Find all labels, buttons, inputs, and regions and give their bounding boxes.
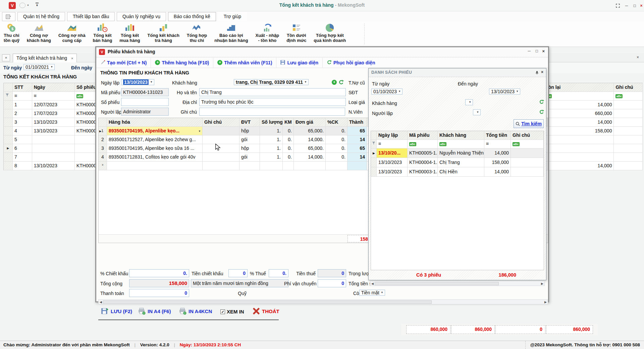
add-customer-icon[interactable]: + [332, 80, 337, 85]
tong-cong-field[interactable]: 158,000 [129, 279, 189, 287]
dropdown-icon[interactable]: ▼ [398, 89, 401, 95]
scroll-right-icon[interactable]: ▶ [543, 300, 548, 304]
filter-icon[interactable] [372, 141, 375, 145]
them-nhan-vien-button[interactable]: + Thêm nhân viên (F11) [213, 58, 276, 68]
col-thanh-tien[interactable]: Thành [347, 118, 367, 127]
dropdown-icon[interactable]: ▼ [198, 127, 201, 134]
col-don-gia[interactable]: Đơn giá [294, 118, 326, 127]
panel-khach-hang-field[interactable]: ▼ [465, 99, 473, 105]
so-phieu-field[interactable] [121, 98, 169, 106]
doc-tab-close-icon[interactable]: × [71, 56, 73, 60]
ho-ten-field[interactable]: Chị Trang [199, 88, 346, 96]
doc-strip-close-button[interactable]: × [637, 55, 639, 60]
scroll-right-icon[interactable]: ▶ [540, 282, 544, 285]
dialog-close-button[interactable]: × [542, 49, 545, 54]
dia-chi-field[interactable]: Trường tiểu học phúc lộc [199, 98, 346, 106]
col-con-lai[interactable]: Còn lại [543, 83, 614, 92]
ribbon-item-xuat-nhap-ton-kho[interactable]: Xuất - nhập- tồn kho [252, 21, 282, 44]
panel-close-icon[interactable]: × [541, 70, 543, 74]
thue-field[interactable]: 0. [269, 269, 288, 277]
tab-quan-ly-nghiep-vu[interactable]: Quản lý nghiệp vụ [117, 12, 166, 21]
tao-moi-button[interactable]: Tạo mới (Ctrl + N) [96, 58, 151, 68]
filter-icon[interactable] [5, 93, 9, 97]
col-ghi-chu[interactable]: Ghi chú [614, 83, 643, 92]
refresh-icon[interactable] [539, 110, 544, 115]
doc-tab[interactable]: Tổng kết khách trả hàng × [13, 54, 77, 62]
thoat-button[interactable]: THOÁT [253, 307, 279, 315]
chiet-khau-field[interactable]: 0. [129, 269, 189, 277]
luu-button[interactable]: LƯU (F2) [101, 307, 132, 315]
ribbon-item-tong-ket-mua-hang[interactable]: Tổng kếtmua hàng [116, 21, 143, 44]
col-ghi-chu[interactable]: Ghi chú [203, 118, 239, 127]
col-stt[interactable]: STT [13, 83, 32, 92]
filter-ngay-lap[interactable]: = [377, 140, 408, 149]
refresh-icon[interactable] [338, 80, 344, 85]
panel-titlebar[interactable]: DANH SÁCH PHIẾU × [369, 68, 546, 77]
ribbon-item-tong-hop-ket-qua-kd[interactable]: Tổng hợp kếtquả kinh doanh [311, 21, 349, 44]
tab-thiet-lap-ban-dau[interactable]: Thiết lập ban đầu [67, 12, 115, 21]
fullscreen-button[interactable] [613, 2, 622, 9]
dialog-titlebar[interactable]: V Phiếu khách trả hàng ─ □ × [96, 47, 548, 57]
bg-tu-ngay-field[interactable]: 01/10/2021▼ [23, 64, 55, 70]
tab-bao-cao-thong-ke[interactable]: Báo cáo thống kê [168, 12, 216, 21]
filter-con-lai[interactable]: aBc [543, 92, 614, 101]
thanh-toan-field[interactable]: 0 [129, 289, 189, 297]
scroll-thumb[interactable] [375, 282, 499, 285]
checkbox-checked-icon[interactable]: ✓ [220, 309, 225, 314]
col-ghi-chu[interactable]: Ghi chú [511, 131, 544, 140]
in-a4-button[interactable]: ? IN A4 (F6) [138, 307, 171, 315]
col-ngay-lap[interactable]: Ngày lập [377, 131, 408, 140]
panel-hscrollbar[interactable]: ◀ ▶ [370, 281, 545, 286]
dialog-minimize-button[interactable]: ─ [528, 49, 531, 53]
ribbon-item-cong-no-ncc[interactable]: Công nợ nhàcung cấp [55, 21, 89, 44]
col-dvt[interactable]: ĐVT [239, 118, 260, 127]
tien-thue-field[interactable]: 0 [318, 269, 346, 277]
ribbon-item-cong-no-khach-hang[interactable]: Công nợkhách hàng [24, 21, 54, 44]
dropdown-icon[interactable]: ▼ [516, 89, 519, 95]
phi-vc-field[interactable]: 0 [318, 279, 346, 287]
dropdown-icon[interactable]: ▼ [476, 109, 479, 115]
ribbon-item-tong-ket-khach-tra-hang[interactable]: Tổng kết kháchtrả hàng [145, 21, 182, 44]
col-km[interactable]: KM [283, 118, 294, 127]
in-a4kcn-button[interactable]: ? IN A4KCN [179, 307, 212, 315]
col-hang-hoa[interactable]: Hàng hóa [107, 118, 203, 127]
filter-khach-hang[interactable]: aBc [438, 140, 484, 149]
dropdown-icon[interactable]: ▼ [50, 64, 53, 70]
ghi-chu-field[interactable] [199, 108, 345, 116]
panel-row[interactable]: 13/10/2023 KTH00004-1... Chị Trang 158,0… [371, 158, 544, 167]
dropdown-icon[interactable]: ▼ [304, 79, 307, 85]
dropdown-icon[interactable]: ▼ [469, 99, 471, 105]
doc-close-all-button[interactable]: × [2, 54, 10, 61]
dropdown-icon[interactable]: ▼ [381, 290, 383, 296]
nguoi-lap-field[interactable]: Administrator [121, 108, 169, 116]
dialog-maximize-button[interactable]: □ [536, 49, 538, 53]
tien-ck-field[interactable]: 0 [228, 269, 248, 277]
them-hang-hoa-button[interactable]: + Thêm hàng hóa (F10) [151, 58, 213, 68]
panel-tu-ngay-field[interactable]: 01/10/2023▼ [371, 89, 402, 95]
col-so-luong[interactable]: Số lượng [260, 118, 283, 127]
filter-ghi-chu[interactable]: aBc [614, 92, 643, 101]
filter-stt[interactable]: = [13, 92, 32, 101]
filter-tong-tien[interactable]: = [484, 140, 511, 149]
ribbon-item-ton-duoi-dinh-muc[interactable]: Tồn dướiđịnh mức [283, 21, 309, 44]
dropdown-icon[interactable]: ▼ [150, 79, 153, 85]
filter-ghi-chu[interactable]: aBc [511, 140, 544, 149]
col-ck[interactable]: %CK [326, 118, 347, 127]
ribbon-item-tong-ket-ban-hang[interactable]: Tổng kếtbán hàng [90, 21, 115, 44]
pin-icon[interactable] [535, 71, 539, 75]
ribbon-item-bao-cao-loi-nhuan[interactable]: Báo cáo lợinhuận bán hàng [211, 21, 251, 44]
col-ma-phieu[interactable]: Mã phiếu [408, 131, 438, 140]
bang-chu-field[interactable]: Một trăm năm mươi tám nghìn đồng [191, 279, 288, 287]
khach-hang-field[interactable]: trang, Chị Trang, 0329 029 411▼ [234, 79, 309, 85]
col-tong-tien[interactable]: Tổng tiền [484, 131, 511, 140]
panel-den-ngay-field[interactable]: 13/10/2023▼ [489, 89, 520, 95]
tim-kiem-button[interactable]: Tìm kiếm [514, 119, 544, 128]
minimize-button[interactable]: ─ [622, 2, 631, 9]
refresh-icon[interactable] [539, 100, 544, 105]
close-button[interactable]: × [637, 2, 644, 9]
scroll-left-icon[interactable]: ◀ [99, 300, 103, 304]
quy-field[interactable]: Tiền mặt▼ [359, 290, 385, 296]
scroll-left-icon[interactable]: ◀ [370, 282, 375, 285]
panel-row[interactable]: 13/10/2023 KTH00003-1... Chị Hiền 14,000 [371, 167, 544, 177]
phuc-hoi-giao-dien-button[interactable]: Phục hồi giao diện [323, 58, 379, 68]
